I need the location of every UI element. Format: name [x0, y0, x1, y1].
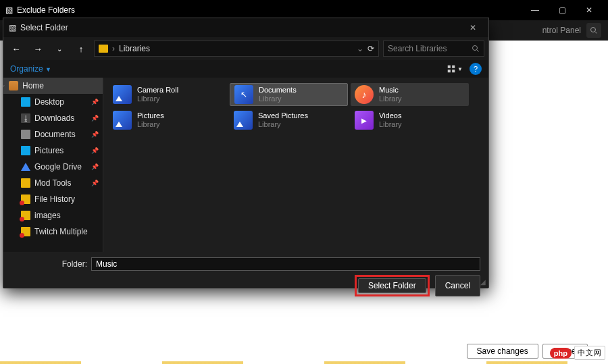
select-folder-dialog: ▧ Select Folder ✕ ← → ⌄ ↑ › Libraries ⌄ … [3, 18, 489, 288]
view-options-button[interactable]: ▼ [447, 61, 463, 76]
sidebar-item-downloads[interactable]: ⭳ Downloads 📌 [3, 110, 103, 126]
library-camera-roll[interactable]: Camera RollLibrary [109, 83, 227, 106]
svg-line-1 [595, 32, 597, 34]
picture-library-icon [113, 85, 132, 104]
content-area: Camera RollLibrary DocumentsLibrary Musi… [103, 78, 488, 252]
sidebar-item-documents[interactable]: Documents 📌 [3, 126, 103, 142]
watermark: php 中文网 [550, 346, 605, 360]
sidebar: Home Desktop 📌 ⭳ Downloads 📌 Documents 📌… [3, 78, 103, 252]
search-placeholder: Search Libraries [388, 44, 447, 53]
pin-icon: 📌 [91, 147, 99, 154]
library-documents[interactable]: DocumentsLibrary [230, 83, 348, 106]
close-button[interactable]: ✕ [576, 5, 603, 15]
search-icon [472, 45, 480, 53]
library-saved-pictures[interactable]: Saved PicturesLibrary [230, 109, 348, 132]
video-library-icon [355, 111, 374, 130]
refresh-button[interactable]: ⟳ [368, 44, 374, 53]
app-icon: ▧ [5, 5, 13, 15]
sidebar-item-google-drive[interactable]: Google Drive 📌 [3, 159, 103, 175]
sidebar-item-pictures[interactable]: Pictures 📌 [3, 142, 103, 159]
library-name: Music [379, 86, 402, 95]
documents-icon [21, 130, 30, 139]
library-type: Library [379, 120, 402, 129]
library-name: Videos [379, 111, 402, 120]
sidebar-item-label: Home [22, 81, 44, 90]
library-name: Camera Roll [137, 86, 178, 95]
address-dropdown-icon[interactable]: ⌄ [357, 44, 363, 53]
documents-library-icon [234, 85, 253, 104]
home-icon [9, 81, 18, 90]
sidebar-item-home[interactable]: Home [3, 78, 103, 94]
brand-pill: php [550, 348, 572, 359]
dialog-icon: ▧ [9, 23, 16, 32]
sidebar-item-label: Twitch Multiple [34, 227, 88, 236]
library-type: Library [379, 95, 402, 103]
dialog-close-button[interactable]: ✕ [463, 23, 483, 32]
window-title: Exclude Folders [17, 5, 75, 15]
library-type: Library [137, 120, 164, 129]
sidebar-item-label: Desktop [34, 97, 64, 107]
address-path: Libraries [119, 44, 150, 53]
library-name: Documents [259, 86, 297, 95]
library-type: Library [258, 120, 308, 129]
up-button[interactable]: ↑ [72, 40, 90, 57]
library-pictures[interactable]: PicturesLibrary [109, 109, 227, 132]
select-folder-button[interactable]: Select Folder [358, 278, 426, 293]
back-button[interactable]: ← [7, 40, 25, 57]
folder-error-icon [21, 194, 30, 204]
organize-menu[interactable]: Organize ▼ [10, 64, 51, 74]
svg-point-0 [591, 28, 596, 32]
svg-line-3 [477, 50, 479, 52]
folder-icon [99, 45, 108, 53]
nav-bar: ← → ⌄ ↑ › Libraries ⌄ ⟳ Search Libraries [3, 37, 488, 60]
sidebar-item-label: File History [34, 194, 75, 204]
picture-library-icon [234, 111, 253, 130]
folder-error-icon [21, 227, 30, 236]
desktop-icon [21, 97, 30, 107]
search-icon[interactable] [586, 23, 601, 38]
recent-locations-button[interactable]: ⌄ [51, 40, 68, 57]
folder-error-icon [21, 211, 30, 220]
dialog-cancel-button[interactable]: Cancel [435, 275, 480, 296]
sidebar-item-file-history[interactable]: File History [3, 191, 103, 207]
sidebar-item-mod-tools[interactable]: Mod Tools 📌 [3, 175, 103, 191]
pin-icon: 📌 [91, 131, 99, 138]
pin-icon: 📌 [91, 163, 99, 170]
forward-button[interactable]: → [29, 40, 47, 57]
library-music[interactable]: MusicLibrary [351, 83, 469, 106]
svg-rect-6 [448, 70, 451, 72]
pictures-icon [21, 146, 30, 155]
gdrive-icon [21, 162, 30, 172]
library-name: Saved Pictures [258, 111, 308, 120]
folder-name-input[interactable] [91, 257, 480, 271]
library-videos[interactable]: VideosLibrary [351, 109, 469, 132]
picture-library-icon [113, 111, 132, 130]
sidebar-item-desktop[interactable]: Desktop 📌 [3, 94, 103, 110]
help-button[interactable]: ? [470, 63, 482, 75]
search-input[interactable]: Search Libraries [383, 41, 484, 57]
music-library-icon [355, 85, 374, 104]
dialog-titlebar: ▧ Select Folder ✕ [3, 18, 488, 37]
svg-point-2 [473, 46, 478, 51]
downloads-icon: ⭳ [21, 113, 30, 123]
tutorial-highlight: Select Folder [355, 275, 430, 296]
sidebar-item-label: images [34, 211, 61, 220]
svg-rect-7 [452, 70, 455, 72]
sidebar-item-twitch-multiple[interactable]: Twitch Multiple [3, 224, 103, 240]
library-type: Library [137, 95, 178, 103]
library-name: Pictures [137, 111, 164, 120]
svg-rect-5 [452, 66, 455, 68]
address-bar[interactable]: › Libraries ⌄ ⟳ [94, 41, 379, 57]
sidebar-item-label: Google Drive [34, 162, 82, 172]
sidebar-item-images[interactable]: images [3, 207, 103, 224]
pin-icon: 📌 [91, 180, 99, 186]
breadcrumb-fragment: ntrol Panel [542, 26, 581, 35]
resize-grip[interactable]: ◢ [480, 278, 486, 286]
minimize-button[interactable]: — [522, 5, 549, 15]
command-bar: Organize ▼ ▼ ? [3, 60, 488, 78]
dialog-footer: Folder: Select Folder Cancel [3, 252, 488, 288]
sidebar-item-label: Pictures [34, 146, 64, 155]
pin-icon: 📌 [91, 99, 99, 105]
maximize-button[interactable]: ▢ [549, 5, 576, 15]
save-changes-button[interactable]: Save changes [467, 344, 538, 359]
